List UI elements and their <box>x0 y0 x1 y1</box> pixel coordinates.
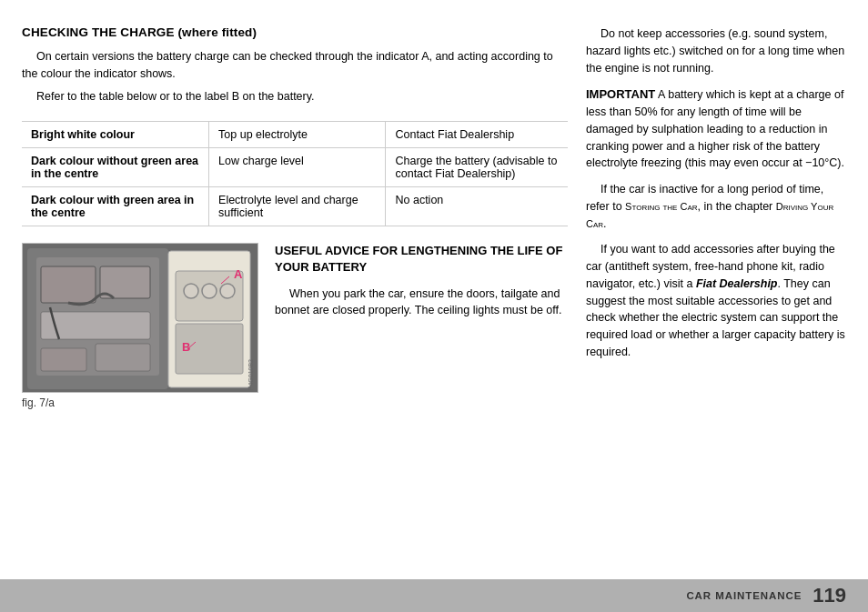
fig-caption: fig. 7/a <box>22 396 258 409</box>
bottom-left: A B P4G010B2 fig. 7/a USEFUL ADVICE FOR … <box>22 243 568 409</box>
section-title: CHECKING THE CHARGE (where fitted) <box>22 25 568 39</box>
table-row: Dark colour with green area in the centr… <box>22 187 568 226</box>
left-column: CHECKING THE CHARGE (where fitted) On ce… <box>22 25 568 568</box>
right-para-4: If you want to add accessories after buy… <box>586 241 846 360</box>
table-cell-action-1: Contact Fiat Dealership <box>386 122 568 148</box>
svg-point-10 <box>184 284 198 298</box>
svg-point-11 <box>202 284 217 298</box>
table-cell-status-2: Low charge level <box>209 148 386 187</box>
svg-rect-6 <box>41 348 86 371</box>
svg-rect-7 <box>96 344 150 371</box>
fiat-dealership-ref: Fiat Dealership <box>696 277 778 290</box>
svg-text:A: A <box>234 267 243 281</box>
table-cell-indicator-1: Bright white colour <box>22 122 209 148</box>
figure-box: A B P4G010B2 <box>22 243 258 393</box>
right-para-3: If the car is inactive for a long period… <box>586 181 846 232</box>
footer: CAR MAINTENANCE 119 <box>0 579 868 612</box>
page: CHECKING THE CHARGE (where fitted) On ce… <box>0 0 868 612</box>
table-cell-status-3: Electrolyte level and charge sufficient <box>209 187 386 226</box>
table-cell-status-1: Top up electrolyte <box>209 122 386 148</box>
storing-car-ref: Storing the Car <box>625 201 697 212</box>
charge-table: Bright white colour Top up electrolyte C… <box>22 121 568 226</box>
driving-your-car-ref: Driving Your Car <box>586 201 833 229</box>
svg-point-12 <box>220 284 235 298</box>
table-cell-indicator-2: Dark colour without green area in the ce… <box>22 148 209 187</box>
advice-text: When you park the car, ensure the doors,… <box>275 286 568 320</box>
intro-para-1: On certain versions the battery charge c… <box>22 48 568 83</box>
table-cell-action-3: No action <box>386 187 568 226</box>
svg-text:B: B <box>182 340 190 354</box>
figure-svg: A B <box>23 244 258 393</box>
figure-container: A B P4G010B2 fig. 7/a <box>22 243 258 409</box>
right-para-1: Do not keep accessories (e.g. sound syst… <box>586 25 846 76</box>
table-cell-action-2: Charge the battery (advisable to contact… <box>386 148 568 187</box>
right-column: Do not keep accessories (e.g. sound syst… <box>586 25 846 568</box>
footer-label: CAR MAINTENANCE <box>686 590 802 601</box>
table-row: Dark colour without green area in the ce… <box>22 148 568 187</box>
watermark: P4G010B2 <box>247 359 254 390</box>
table-row: Bright white colour Top up electrolyte C… <box>22 122 568 148</box>
content-area: CHECKING THE CHARGE (where fitted) On ce… <box>0 0 868 579</box>
important-block: IMPORTANT A battery which is kept at a c… <box>586 85 846 172</box>
advice-section: USEFUL ADVICE FOR LENGTHENING THE LIFE O… <box>275 243 568 319</box>
footer-page-number: 119 <box>812 584 846 607</box>
advice-title: USEFUL ADVICE FOR LENGTHENING THE LIFE O… <box>275 243 568 276</box>
important-label: IMPORTANT <box>586 87 655 101</box>
intro-para-2: Refer to the table below or to the label… <box>22 88 568 105</box>
svg-rect-3 <box>41 266 96 303</box>
table-cell-indicator-3: Dark colour with green area in the centr… <box>22 187 209 226</box>
